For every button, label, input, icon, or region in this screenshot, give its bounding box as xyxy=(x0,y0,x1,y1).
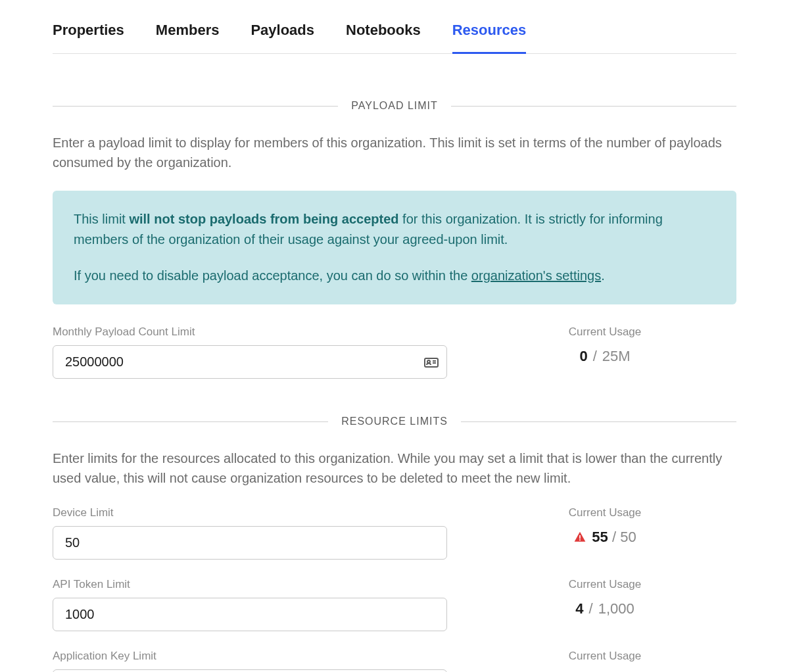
id-card-icon xyxy=(423,354,439,370)
info-text: If you need to disable payload acceptanc… xyxy=(74,268,471,283)
device-usage-value: 55 / 50 xyxy=(473,529,736,546)
organization-settings-link[interactable]: organization's settings xyxy=(471,268,601,283)
device-limit-label: Device Limit xyxy=(53,506,447,519)
divider-line xyxy=(53,106,338,107)
tab-notebooks[interactable]: Notebooks xyxy=(346,14,421,54)
svg-point-1 xyxy=(427,360,430,363)
monthly-payload-count-input[interactable] xyxy=(53,345,447,379)
svg-point-4 xyxy=(579,539,581,540)
current-usage-label: Current Usage xyxy=(473,506,736,519)
tab-members[interactable]: Members xyxy=(156,14,220,54)
application-key-limit-input[interactable] xyxy=(53,669,447,672)
monthly-payload-count-label: Monthly Payload Count Limit xyxy=(53,325,447,339)
payload-limit-description: Enter a payload limit to display for mem… xyxy=(53,133,736,172)
info-text: This limit xyxy=(74,212,129,226)
divider-line xyxy=(451,106,736,107)
current-usage-label: Current Usage xyxy=(473,578,736,591)
api-token-limit-input[interactable] xyxy=(53,598,447,631)
tab-resources[interactable]: Resources xyxy=(452,14,527,54)
tab-properties[interactable]: Properties xyxy=(53,14,124,54)
current-usage-label: Current Usage xyxy=(473,325,736,339)
api-token-limit-label: API Token Limit xyxy=(53,578,447,591)
device-limit-input[interactable] xyxy=(53,526,447,560)
resource-limits-heading: RESOURCE LIMITS xyxy=(341,416,448,427)
divider-line xyxy=(53,421,328,422)
payload-limit-section: PAYLOAD LIMIT Enter a payload limit to d… xyxy=(53,100,736,379)
payload-usage-value: 0 / 25M xyxy=(473,348,736,365)
divider-line xyxy=(461,421,736,422)
tabs: Properties Members Payloads Notebooks Re… xyxy=(53,13,736,54)
payload-limit-info-box: This limit will not stop payloads from b… xyxy=(53,191,736,304)
application-key-limit-label: Application Key Limit xyxy=(53,650,447,663)
warning-icon xyxy=(573,531,586,544)
tab-payloads[interactable]: Payloads xyxy=(251,14,314,54)
resource-limits-section: RESOURCE LIMITS Enter limits for the res… xyxy=(53,416,736,672)
resource-limits-description: Enter limits for the resources allocated… xyxy=(53,448,736,488)
payload-limit-heading: PAYLOAD LIMIT xyxy=(351,100,438,112)
api-token-usage-value: 4 / 1,000 xyxy=(473,600,736,617)
info-text-bold: will not stop payloads from being accept… xyxy=(129,212,398,226)
info-text: . xyxy=(601,268,605,283)
current-usage-label: Current Usage xyxy=(473,650,736,663)
